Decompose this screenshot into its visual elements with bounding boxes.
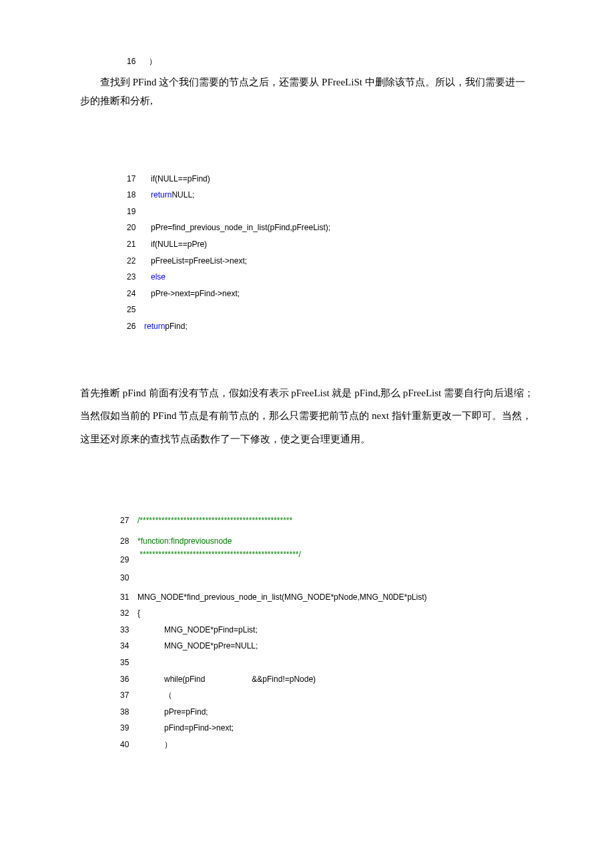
code-line: 32{ bbox=[120, 605, 534, 622]
line-number: 18 bbox=[127, 187, 144, 203]
code-text: MNG_NODE*pFind=pList; bbox=[164, 625, 258, 634]
line-number: 22 bbox=[127, 253, 144, 270]
code-line: 23 else bbox=[127, 269, 534, 286]
line-number: 21 bbox=[127, 236, 144, 253]
code-block-2: 17 if(NULL==pFind) 18 returnNULL; 19 20 … bbox=[127, 171, 534, 335]
paragraph-2: 首先推断 pFind 前面有没有节点，假如没有表示 pFreeList 就是 p… bbox=[80, 382, 534, 451]
keyword-return: return bbox=[144, 322, 165, 331]
line-number: 17 bbox=[127, 171, 144, 187]
line-number: 38 bbox=[120, 704, 137, 721]
code-text: pFind=pFind->next; bbox=[164, 723, 234, 733]
line-number: 19 bbox=[127, 203, 144, 220]
line-number: 25 bbox=[127, 302, 144, 318]
code-block-1: 16 ） bbox=[127, 53, 534, 70]
line-number: 31 bbox=[120, 589, 137, 606]
code-line: 17 if(NULL==pFind) bbox=[127, 171, 534, 187]
code-text: MNG_NODE*pPre=NULL; bbox=[164, 641, 258, 650]
code-line: 19 bbox=[127, 203, 534, 220]
line-number: 24 bbox=[127, 286, 144, 302]
code-line: 36while(pFind&&pFind!=pNode) bbox=[120, 671, 534, 688]
code-line: 29 *************************************… bbox=[120, 552, 534, 568]
code-line: 30 bbox=[120, 568, 534, 588]
code-text: NULL; bbox=[172, 190, 194, 199]
code-line: 34MNG_NODE*pPre=NULL; bbox=[120, 638, 534, 655]
comment: ****************************************… bbox=[139, 546, 301, 562]
code-line: 18 returnNULL; bbox=[127, 187, 534, 203]
code-text: &&pFind!=pNode) bbox=[252, 675, 316, 684]
code-line: 20 pPre=find_previous_node_in_list(pFind… bbox=[127, 220, 534, 236]
code-line: 33MNG_NODE*pFind=pList; bbox=[120, 622, 534, 638]
code-text: ） bbox=[149, 57, 157, 66]
code-text: MNG_NODE*find_previous_node_in_list(MNG_… bbox=[137, 592, 427, 602]
keyword-else: else bbox=[151, 272, 166, 282]
code-text: （ bbox=[164, 691, 172, 700]
code-text: pPre=pFind; bbox=[164, 707, 208, 717]
line-number: 28 bbox=[120, 531, 137, 552]
code-line: 38pPre=pFind; bbox=[120, 704, 534, 721]
code-text: pPre->next=pFind->next; bbox=[151, 289, 240, 298]
comment: /***************************************… bbox=[137, 516, 292, 525]
line-number: 20 bbox=[127, 220, 144, 236]
code-line: 25 bbox=[127, 302, 534, 318]
line-number: 39 bbox=[120, 720, 137, 737]
code-line: 24 pPre->next=pFind->next; bbox=[127, 286, 534, 302]
line-number: 37 bbox=[120, 687, 137, 704]
line-number: 27 bbox=[120, 510, 137, 531]
line-number: 29 bbox=[120, 552, 137, 568]
line-number: 40 bbox=[120, 737, 137, 753]
code-text: pFreeList=pFreeList->next; bbox=[151, 256, 247, 266]
code-text: if(NULL==pFind) bbox=[151, 174, 210, 183]
line-number: 30 bbox=[120, 568, 137, 588]
code-line: 40） bbox=[120, 737, 534, 753]
line-number: 35 bbox=[120, 655, 137, 671]
code-line: 22 pFreeList=pFreeList->next; bbox=[127, 253, 534, 270]
code-block-3: 27/*************************************… bbox=[120, 510, 534, 753]
line-number: 16 bbox=[127, 53, 144, 70]
code-line: 39pFind=pFind->next; bbox=[120, 720, 534, 737]
code-line: 37（ bbox=[120, 687, 534, 704]
code-text: ） bbox=[164, 740, 172, 749]
line-number: 32 bbox=[120, 605, 137, 622]
keyword-return: return bbox=[151, 190, 172, 199]
code-text: pPre=find_previous_node_in_list(pFind,pF… bbox=[151, 223, 330, 232]
code-text: { bbox=[137, 608, 140, 618]
code-line: 31MNG_NODE*find_previous_node_in_list(MN… bbox=[120, 589, 534, 606]
line-number: 33 bbox=[120, 622, 137, 638]
document-page: 16 ） 查找到 PFind 这个我们需要的节点之后，还需要从 PFreeLiS… bbox=[0, 0, 614, 868]
line-number: 26 bbox=[127, 318, 144, 335]
code-line: 27/*************************************… bbox=[120, 510, 534, 531]
code-line: 35 bbox=[120, 655, 534, 671]
code-line: 16 ） bbox=[127, 53, 534, 70]
comment: *function:findpreviousnode bbox=[137, 536, 232, 546]
code-text: while(pFind bbox=[164, 675, 205, 684]
code-text: if(NULL==pPre) bbox=[151, 240, 207, 249]
line-number: 23 bbox=[127, 269, 144, 286]
paragraph-1: 查找到 PFind 这个我们需要的节点之后，还需要从 PFreeLiSt 中删除… bbox=[80, 73, 534, 111]
code-line: 21 if(NULL==pPre) bbox=[127, 236, 534, 253]
code-line: 26returnpFind; bbox=[127, 318, 534, 335]
code-text: pFind; bbox=[165, 322, 187, 331]
line-number: 34 bbox=[120, 638, 137, 655]
line-number: 36 bbox=[120, 671, 137, 688]
